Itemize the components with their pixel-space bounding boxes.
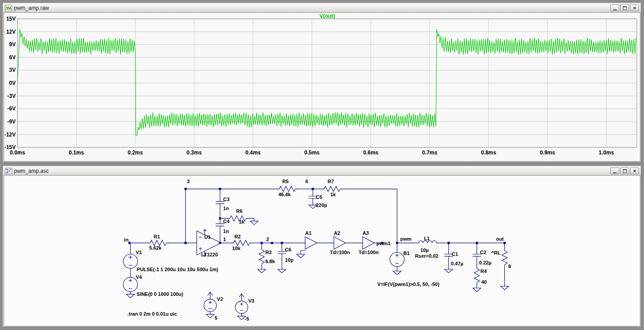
ref-label: R4 [481, 268, 487, 274]
maximize-button[interactable] [620, 167, 629, 174]
x-tick-label: 0.6ms [363, 150, 378, 156]
x-tick-label: 0.5ms [304, 150, 320, 156]
plot-title[interactable]: V(out) [320, 13, 335, 19]
ref-label: R5 [282, 179, 289, 184]
minimize-icon [613, 9, 617, 10]
value-label: V=IF(V(pwm1)>0.5, 50, -50) [377, 282, 440, 287]
ref-label: A2 [334, 230, 340, 236]
net-label-out[interactable]: out [496, 236, 504, 242]
value-label: 1n [223, 206, 229, 211]
ref-label: R7 [328, 179, 334, 184]
net-label-1[interactable]: 1 [223, 237, 226, 242]
ref-label: C6 [285, 247, 291, 252]
maximize-icon [623, 169, 627, 173]
value-label: 46.4k [278, 192, 291, 197]
value-label: Td=100n [359, 250, 379, 255]
x-tick-label: 0.3ms [187, 150, 202, 156]
y-tick-label: -12V [4, 132, 16, 138]
ref-label: C3 [223, 197, 229, 202]
minimize-button[interactable] [610, 4, 619, 11]
ref-label: C2 [480, 250, 486, 255]
net-label-4[interactable]: 4 [305, 179, 308, 184]
spice-directive-tran[interactable]: .tran 0 2m 0 0.01u uic [127, 311, 177, 317]
value-label: SINE(0 0 1000 100u) [137, 291, 184, 297]
x-tick-label: 0.0ms [10, 150, 25, 156]
value-label: 40 [481, 279, 486, 285]
schematic-titlebar[interactable]: pwm_amp.asc × [4, 167, 640, 175]
value-label: 1k [239, 219, 245, 224]
y-tick-label: 0V [9, 80, 16, 86]
ref-label: A3 [363, 230, 369, 236]
value-label: PULSE(-1 1 200u 10u 10u 500u 1m) [137, 267, 219, 272]
close-icon: × [633, 5, 636, 11]
value-label: 5 [215, 315, 217, 321]
value-label: 1k [330, 192, 336, 197]
ref-label: R6 [236, 209, 242, 214]
ref-label: C1 [452, 251, 458, 257]
x-tick-label: 0.4ms [245, 150, 261, 156]
ref-label: U1 [204, 234, 210, 240]
ref-label: C4 [223, 219, 230, 224]
minimize-button[interactable] [610, 167, 619, 174]
plot-background [4, 13, 640, 161]
ref-label: A1 [305, 230, 311, 236]
series-resistance-label: Rser=0.02 [415, 253, 438, 259]
x-tick-label: 0.9ms [540, 150, 555, 156]
waveform-file-icon [5, 5, 12, 11]
ref-label: ^RL [491, 250, 500, 255]
ref-label: C5 [316, 194, 322, 200]
close-button[interactable]: × [630, 167, 639, 174]
waveform-plot[interactable]: V(out) 15V12V9V6V3V0V-3V-6V-9V-12V-15V0.… [4, 13, 640, 161]
value-label: 10p [285, 257, 294, 263]
net-label-pwm[interactable]: pwm [400, 236, 412, 242]
ref-label: V2 [217, 296, 223, 302]
y-tick-label: 15V [6, 16, 16, 22]
x-tick-label: 0.2ms [127, 150, 143, 156]
ref-label: V4 [136, 274, 142, 280]
waveform-window: pwm_amp.raw × V(out) 15V12V9V6V3V0V-3V-6… [2, 2, 642, 163]
schematic-file-icon [5, 168, 12, 174]
value-label: 6.8k [265, 259, 275, 264]
x-tick-label: 0.7ms [422, 150, 437, 156]
waveform-titlebar[interactable]: pwm_amp.raw × [4, 4, 640, 12]
y-tick-label: -9V [7, 119, 16, 125]
y-tick-label: 12V [6, 29, 16, 35]
close-button[interactable]: × [630, 4, 639, 11]
ref-label: L1 [424, 236, 430, 241]
waveform-plot-area[interactable]: V(out) 15V12V9V6V3V0V-3V-6V-9V-12V-15V0.… [4, 12, 640, 162]
schematic-window: pwm_amp.asc × [2, 165, 642, 328]
ref-label: R2 [234, 234, 241, 239]
minimize-icon [613, 172, 617, 173]
value-label: 10µ [421, 247, 429, 253]
y-tick-label: 6V [9, 54, 16, 61]
value-label: Td=100n [330, 250, 350, 255]
ref-label: V1 [136, 250, 142, 255]
window-title: pwm_amp.raw [14, 5, 609, 11]
value-label: 0.47µ [451, 261, 464, 266]
net-label-3[interactable]: 3 [187, 179, 189, 184]
value-label: 8 [508, 264, 511, 269]
window-title: pwm_amp.asc [14, 168, 609, 174]
value-label: -5 [245, 316, 249, 321]
schematic-canvas[interactable]: R1 5.62k R5 46.4k R7 1k C5 220p [4, 176, 640, 326]
x-tick-label: 0.1ms [69, 150, 84, 156]
value-label: 1n [223, 229, 229, 234]
value-label: 10k [232, 246, 241, 251]
value-label: 5.62k [149, 245, 162, 251]
maximize-icon [623, 6, 627, 10]
close-icon: × [633, 168, 636, 174]
schematic-canvas-area[interactable]: R1 5.62k R5 46.4k R7 1k C5 220p [4, 175, 640, 326]
ref-label: B1 [403, 251, 410, 256]
net-label-in[interactable]: in [124, 237, 129, 242]
ref-label: V3 [248, 298, 254, 304]
value-label: 0.22µ [479, 260, 492, 265]
y-tick-label: -3V [7, 93, 16, 99]
y-tick-label: -6V [7, 106, 16, 112]
ref-label: R1 [154, 234, 160, 239]
x-tick-label: 0.8ms [481, 150, 496, 156]
maximize-button[interactable] [620, 4, 629, 11]
net-label-2[interactable]: 2 [266, 237, 269, 242]
net-label-pwm1[interactable]: pwm1 [377, 241, 390, 246]
value-label: 220p [316, 202, 327, 208]
y-tick-label: 9V [9, 41, 16, 48]
